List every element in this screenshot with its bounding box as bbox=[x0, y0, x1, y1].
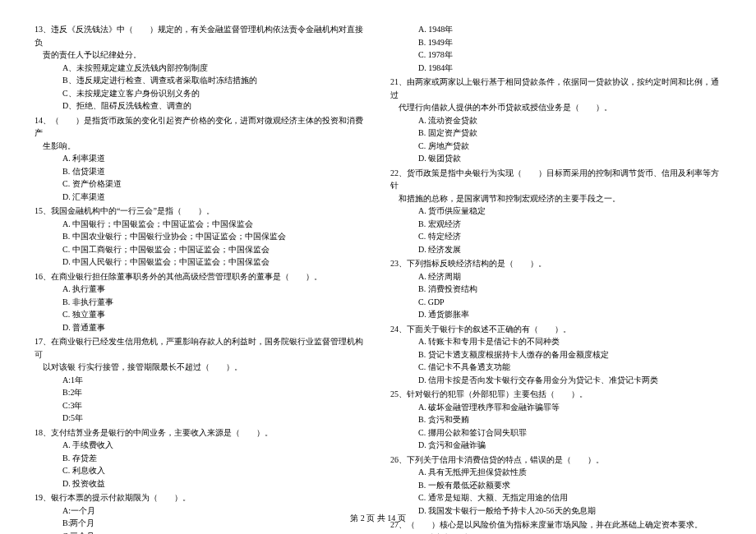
q21-stem-cont: 代理行向借款人提供的本外币贷款或授信业务是（ ）。 bbox=[390, 101, 721, 114]
q17-opt-a: A:1年 bbox=[35, 374, 366, 387]
q19-stem: 19、银行本票的提示付款期限为（ ）。 bbox=[35, 491, 366, 504]
q21-opt-b: B. 固定资产贷款 bbox=[390, 127, 721, 140]
question-21: 21、由两家或两家以上银行基于相同贷款条件，依据同一贷款协议，按约定时间和比例，… bbox=[390, 76, 721, 165]
q16-stem: 16、在商业银行担任除董事职务外的其他高级经营管理职务的董事是（ ）。 bbox=[35, 270, 366, 283]
q26-opt-a: A. 具有无抵押无担保贷款性质 bbox=[390, 466, 721, 479]
q24-opt-d: D. 信用卡按是否向发卡银行交存备用金分为贷记卡、准贷记卡两类 bbox=[390, 374, 721, 387]
q17-stem: 17、在商业银行已经发生信用危机，严重影响存款人的利益时，国务院银行业监督管理机… bbox=[35, 335, 366, 361]
q25-stem: 25、针对银行的犯罪（外部犯罪）主要包括（ ）。 bbox=[390, 388, 721, 401]
question-24: 24、下面关于银行卡的叙述不正确的有（ ）。 A. 转账卡和专用卡是借记卡的不同… bbox=[390, 323, 721, 387]
question-14: 14、（ ）是指货币政策的变化引起资产价格的变化，进而对微观经济主体的投资和消费… bbox=[35, 114, 366, 204]
q13-opt-c: C、未按规定建立客户身份识别义务的 bbox=[35, 87, 366, 100]
q14-opt-a: A. 利率渠道 bbox=[35, 152, 366, 165]
q20-opt-b: B. 1949年 bbox=[390, 36, 721, 49]
q14-opt-b: B. 信贷渠道 bbox=[35, 165, 366, 178]
question-13: 13、违反《反洗钱法》中（ ）规定的，有关金融监督管理机构依法责令金融机构对直接… bbox=[35, 23, 366, 113]
q24-opt-b: B. 贷记卡透支额度根据持卡人缴存的备用金额度核定 bbox=[390, 348, 721, 361]
q24-opt-a: A. 转账卡和专用卡是借记卡的不同种类 bbox=[390, 335, 721, 348]
q14-opt-d: D. 汇率渠道 bbox=[35, 191, 366, 204]
q23-opt-c: C. GDP bbox=[390, 296, 721, 309]
q25-opt-d: D. 贪污和金融诈骗 bbox=[390, 439, 721, 452]
q14-opt-c: C. 资产价格渠道 bbox=[35, 177, 366, 191]
question-26: 26、下列关于信用卡消费信贷的特点，错误的是（ ）。 A. 具有无抵押无担保贷款… bbox=[390, 453, 721, 518]
q22-stem-cont: 和措施的总称，是国家调节和控制宏观经济的主要手段之一。 bbox=[390, 192, 721, 205]
q17-stem-cont: 以对该银 行实行接管，接管期限最长不超过（ ）。 bbox=[35, 361, 366, 374]
q15-opt-c: C. 中国工商银行；中国银监会；中国证监会；中国保监会 bbox=[35, 243, 366, 256]
left-column: 13、违反《反洗钱法》中（ ）规定的，有关金融监督管理机构依法责令金融机构对直接… bbox=[35, 23, 384, 501]
page-body: 13、违反《反洗钱法》中（ ）规定的，有关金融监督管理机构依法责令金融机构对直接… bbox=[0, 0, 756, 501]
question-23: 23、下列指标反映经济结构的是（ ）。 A. 经济周期 B. 消费投资结构 C.… bbox=[390, 257, 721, 321]
q24-opt-c: C. 借记卡不具备透支功能 bbox=[390, 361, 721, 374]
q13-opt-b: B、违反规定进行检查、调查或者采取临时冻结措施的 bbox=[35, 74, 366, 87]
q13-opt-a: A、未按照规定建立反洗钱内部控制制度 bbox=[35, 62, 366, 75]
q13-stem-cont: 责的责任人予以纪律处分。 bbox=[35, 48, 366, 62]
q25-opt-b: B. 贪污和受贿 bbox=[390, 413, 721, 426]
question-20-opts: A. 1948年 B. 1949年 C. 1978年 D. 1984年 bbox=[390, 23, 721, 74]
q20-opt-d: D. 1984年 bbox=[390, 62, 721, 75]
q26-opt-b: B. 一般有最低还款额要求 bbox=[390, 479, 721, 492]
q16-opt-b: B. 非执行董事 bbox=[35, 296, 366, 309]
question-17: 17、在商业银行已经发生信用危机，严重影响存款人的利益时，国务院银行业监督管理机… bbox=[35, 335, 366, 425]
q23-opt-a: A. 经济周期 bbox=[390, 270, 721, 283]
q17-opt-b: B:2年 bbox=[35, 386, 366, 399]
q17-opt-c: C:3年 bbox=[35, 399, 366, 412]
q19-opt-c: C:三个月 bbox=[35, 530, 366, 535]
q14-stem: 14、（ ）是指货币政策的变化引起资产价格的变化，进而对微观经济主体的投资和消费… bbox=[35, 114, 366, 140]
q23-opt-b: B. 消费投资结构 bbox=[390, 283, 721, 296]
q20-opt-a: A. 1948年 bbox=[390, 23, 721, 36]
q15-opt-b: B. 中国农业银行；中国银行业协会；中国证监会；中国保监会 bbox=[35, 230, 366, 243]
q23-stem: 23、下列指标反映经济结构的是（ ）。 bbox=[390, 257, 721, 270]
q15-stem: 15、我国金融机构中的“一行三会”是指（ ）。 bbox=[35, 205, 366, 218]
q22-opt-c: C. 特定经济 bbox=[390, 230, 721, 243]
q13-opt-d: D、拒绝、阻碍反洗钱检查、调查的 bbox=[35, 99, 366, 113]
question-15: 15、我国金融机构中的“一行三会”是指（ ）。 A. 中国银行；中国银监会；中国… bbox=[35, 205, 366, 269]
q24-stem: 24、下面关于银行卡的叙述不正确的有（ ）。 bbox=[390, 323, 721, 336]
question-18: 18、支付结算业务是银行的中间业务，主要收入来源是（ ）。 A. 手续费收入 B… bbox=[35, 426, 366, 490]
q25-opt-a: A. 破坏金融管理秩序罪和金融诈骗罪等 bbox=[390, 401, 721, 414]
q21-opt-d: D. 银团贷款 bbox=[390, 152, 721, 165]
q18-opt-c: C. 利息收入 bbox=[35, 464, 366, 477]
q26-opt-c: C. 通常是短期、大额、无指定用途的信用 bbox=[390, 491, 721, 504]
question-16: 16、在商业银行担任除董事职务外的其他高级经营管理职务的董事是（ ）。 A. 执… bbox=[35, 270, 366, 334]
question-25: 25、针对银行的犯罪（外部犯罪）主要包括（ ）。 A. 破坏金融管理秩序罪和金融… bbox=[390, 388, 721, 452]
q15-opt-a: A. 中国银行；中国银监会；中国证监会；中国保监会 bbox=[35, 218, 366, 231]
q18-opt-d: D. 投资收益 bbox=[35, 477, 366, 490]
q14-stem-cont: 生影响。 bbox=[35, 140, 366, 153]
q20-opt-c: C. 1978年 bbox=[390, 48, 721, 62]
q16-opt-d: D. 普通董事 bbox=[35, 321, 366, 334]
right-column: A. 1948年 B. 1949年 C. 1978年 D. 1984年 21、由… bbox=[384, 23, 721, 501]
q17-opt-d: D:5年 bbox=[35, 412, 366, 425]
q15-opt-d: D. 中国人民银行；中国银监会；中国证监会；中国保监会 bbox=[35, 255, 366, 269]
q13-stem: 13、违反《反洗钱法》中（ ）规定的，有关金融监督管理机构依法责令金融机构对直接… bbox=[35, 23, 366, 48]
q21-opt-c: C. 房地产贷款 bbox=[390, 140, 721, 153]
q16-opt-a: A. 执行董事 bbox=[35, 283, 366, 296]
q22-opt-d: D. 经济发展 bbox=[390, 243, 721, 256]
q25-opt-c: C. 挪用公款和签订合同失职罪 bbox=[390, 426, 721, 440]
question-22: 22、货币政策是指中央银行为实现（ ）目标而采用的控制和调节货币、信用及利率等方… bbox=[390, 167, 721, 256]
page-footer: 第 2 页 共 14 页 bbox=[0, 513, 756, 524]
q18-opt-b: B. 存贷差 bbox=[35, 452, 366, 465]
q16-opt-c: C. 独立董事 bbox=[35, 308, 366, 321]
q21-stem: 21、由两家或两家以上银行基于相同贷款条件，依据同一贷款协议，按约定时间和比例，… bbox=[390, 76, 721, 101]
q27-opt-a: A. 内部模型法 bbox=[390, 532, 721, 535]
q26-stem: 26、下列关于信用卡消费信贷的特点，错误的是（ ）。 bbox=[390, 453, 721, 467]
q22-stem: 22、货币政策是指中央银行为实现（ ）目标而采用的控制和调节货币、信用及利率等方… bbox=[390, 167, 721, 192]
q21-opt-a: A. 流动资金贷款 bbox=[390, 114, 721, 127]
q18-opt-a: A. 手续费收入 bbox=[35, 439, 366, 452]
q22-opt-b: B. 宏观经济 bbox=[390, 218, 721, 231]
q18-stem: 18、支付结算业务是银行的中间业务，主要收入来源是（ ）。 bbox=[35, 426, 366, 440]
q23-opt-d: D. 通货膨胀率 bbox=[390, 308, 721, 321]
q22-opt-a: A. 货币供应量稳定 bbox=[390, 205, 721, 218]
